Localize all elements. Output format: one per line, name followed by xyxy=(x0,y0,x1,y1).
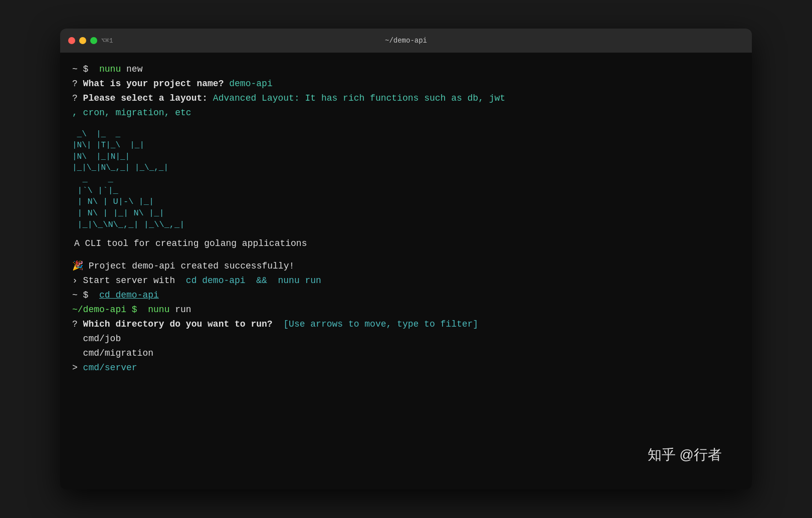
success-text: 🎉 Project demo-api created successfully! xyxy=(72,260,294,273)
cmd-migration-text: cmd/migration xyxy=(72,347,153,360)
start-server-label: › Start server with xyxy=(72,274,186,288)
demo-api-prompt: ~/demo-api $ xyxy=(72,303,148,317)
run-arg: run xyxy=(169,303,191,317)
terminal-body: ~ $ nunu new ? What is your project name… xyxy=(60,53,752,489)
project-name-value: demo-api xyxy=(224,77,272,91)
prompt-1: ~ $ xyxy=(72,63,99,76)
cd-command: cd demo-api xyxy=(99,289,159,302)
start-server-cmd: cd demo-api && nunu run xyxy=(186,274,321,288)
option-cmd-job[interactable]: cmd/job xyxy=(72,332,740,346)
command-line-1: ~ $ nunu new xyxy=(72,63,740,76)
cmd-server-text: cmd/server xyxy=(83,361,137,375)
minimize-button[interactable] xyxy=(79,37,86,44)
option-cmd-migration[interactable]: cmd/migration xyxy=(72,347,740,360)
close-button[interactable] xyxy=(68,37,75,44)
nunu-run-line: ~/demo-api $ nunu run xyxy=(72,303,740,317)
nunu-cmd-1: nunu xyxy=(99,63,121,76)
project-name-label: What is your project name? xyxy=(83,77,224,91)
titlebar: ⌥⌘1 ~/demo-api xyxy=(60,29,752,53)
selection-arrow: > xyxy=(72,361,83,375)
terminal-window: ⌥⌘1 ~/demo-api ~ $ nunu new ? What is yo… xyxy=(60,29,752,489)
which-dir-hint: [Use arrows to move, type to filter] xyxy=(273,318,478,331)
question-mark-1: ? xyxy=(72,77,83,91)
question-line-2: ? Please select a layout: Advanced Layou… xyxy=(72,92,740,105)
layout-continuation: , cron, migration, etc xyxy=(72,106,740,120)
layout-label: Please select a layout: xyxy=(83,92,208,105)
cd-prompt: ~ $ xyxy=(72,289,99,302)
tagline: A CLI tool for creating golang applicati… xyxy=(72,237,740,250)
start-server-line: › Start server with cd demo-api && nunu … xyxy=(72,274,740,288)
maximize-button[interactable] xyxy=(90,37,97,44)
new-arg: new xyxy=(121,63,142,76)
window-title: ~/demo-api xyxy=(385,37,427,45)
cmd-job-text: cmd/job xyxy=(72,332,121,346)
layout-continuation-text: , cron, migration, etc xyxy=(72,106,191,120)
ascii-art: _\ |_ _ |N\| |T|_\ |_| |N\ |_|N|_| |_|\_… xyxy=(72,129,740,174)
which-dir-line: ? Which directory do you want to run? [U… xyxy=(72,318,740,331)
keyboard-shortcut: ⌥⌘1 xyxy=(101,37,113,45)
cd-command-line: ~ $ cd demo-api xyxy=(72,289,740,302)
question-line-1: ? What is your project name? demo-api xyxy=(72,77,740,91)
layout-value: Advanced Layout: It has rich functions s… xyxy=(208,92,505,105)
watermark: 知乎 @行者 xyxy=(648,445,722,464)
which-dir-label: Which directory do you want to run? xyxy=(83,318,273,331)
nunu-cmd-2: nunu xyxy=(148,303,169,317)
question-mark-2: ? xyxy=(72,92,83,105)
nunu-logo: _ _ |`\ |`|_ | N\ | U|-\ |_| | N\ | |_| … xyxy=(72,174,740,231)
traffic-lights xyxy=(68,37,97,44)
option-cmd-server-selected[interactable]: > cmd/server xyxy=(72,361,740,375)
success-line: 🎉 Project demo-api created successfully! xyxy=(72,260,740,273)
question-mark-3: ? xyxy=(72,318,83,331)
